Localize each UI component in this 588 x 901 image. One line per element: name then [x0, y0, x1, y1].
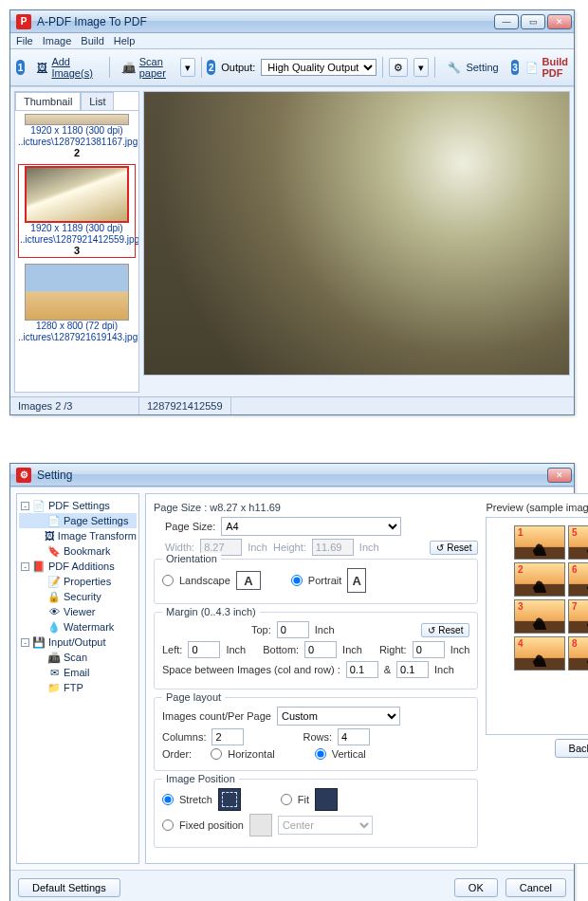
tab-list[interactable]: List [81, 92, 114, 110]
tree-node[interactable]: 🔒Security [19, 589, 137, 604]
left-unit: Inch [226, 644, 246, 655]
vertical-radio[interactable] [315, 748, 326, 760]
imgpos-fieldset: Image Position Stretch Fit Fixed positio… [154, 779, 478, 848]
tree-node[interactable]: 🖼Image Transform [19, 528, 137, 543]
preview-cell: 1 [514, 525, 565, 560]
separator [434, 57, 435, 78]
dialog-title: Setting [37, 469, 72, 482]
settings-dialog: ⚙ Setting ✕ -📄PDF Settings📄Page Settings… [9, 463, 575, 901]
tree-label: Input/Output [48, 636, 106, 648]
stretch-radio[interactable] [162, 794, 174, 805]
tree-icon: 💧 [47, 620, 61, 634]
tree-node[interactable]: ✉Email [19, 665, 137, 680]
reset-size-button[interactable]: ↺ Reset [430, 541, 478, 555]
rows-label: Rows: [303, 731, 332, 743]
menu-file[interactable]: File [16, 35, 33, 46]
page-size-line: Page Size : w8.27 x h11.69 [154, 502, 478, 513]
count-select[interactable]: Custom [277, 707, 400, 726]
preview-cell: 4 [514, 636, 565, 671]
portrait-radio[interactable] [291, 575, 303, 586]
menu-build[interactable]: Build [81, 35, 103, 46]
menu-image[interactable]: Image [43, 35, 72, 46]
tree-node[interactable]: 📝Properties [19, 574, 137, 589]
maximize-button[interactable]: ▭ [521, 14, 545, 29]
preview-cell: 8 [568, 636, 588, 671]
thumb-item[interactable]: 1280 x 800 (72 dpi) ..ictures\1287921619… [18, 264, 136, 342]
separator [201, 57, 202, 78]
preview-cell: 2 [514, 562, 565, 597]
bottom-input[interactable] [304, 641, 337, 658]
landscape-label: Landscape [179, 575, 230, 586]
tree-node[interactable]: 🔖Bookmark [19, 543, 137, 559]
app-icon: P [16, 14, 31, 29]
tree-node[interactable]: 📠Scan [19, 650, 137, 665]
portrait-label: Portrait [308, 575, 341, 586]
tree-label: Bookmark [64, 545, 111, 557]
menu-help[interactable]: Help [114, 35, 136, 46]
titlebar: ⚙ Setting ✕ [10, 464, 574, 487]
ok-button[interactable]: OK [454, 878, 498, 897]
expand-icon[interactable]: - [21, 638, 29, 647]
horizontal-label: Horizontal [228, 748, 275, 760]
close-button[interactable]: ✕ [547, 14, 572, 29]
margin-fieldset: Margin (0..4.3 inch) Top: Inch ↺ Reset [154, 612, 478, 690]
tree-node[interactable]: 📁FTP [19, 680, 137, 695]
default-settings-button[interactable]: Default Settings [18, 878, 120, 897]
image-preview [143, 91, 570, 376]
minimize-button[interactable]: — [494, 14, 519, 29]
fit-icon [315, 788, 338, 811]
tab-thumbnail[interactable]: Thumbnail [15, 92, 81, 110]
setting-button[interactable]: 🔧 Setting [440, 57, 505, 78]
preview-cell: 3 [514, 599, 565, 634]
spacing-row-input[interactable] [396, 661, 429, 678]
tree-node[interactable]: -📄PDF Settings [19, 498, 137, 513]
thumb-index: 2 [18, 147, 136, 158]
rows-input[interactable] [338, 728, 370, 745]
add-images-label: Add Image(s) [51, 56, 97, 79]
landscape-icon: A [236, 571, 261, 590]
top-input[interactable] [277, 621, 309, 638]
background-button[interactable]: Background... [555, 739, 588, 758]
expand-icon[interactable]: - [21, 502, 29, 510]
page-size-select[interactable]: A4 [221, 517, 401, 536]
spacing-col-input[interactable] [346, 661, 378, 678]
cols-input[interactable] [211, 728, 244, 745]
landscape-radio[interactable] [162, 575, 174, 586]
tree-icon: 📠 [47, 651, 61, 664]
fit-radio[interactable] [281, 794, 292, 805]
scan-paper-dropdown[interactable]: ▾ [180, 58, 195, 77]
setting-label: Setting [466, 62, 498, 73]
cancel-button[interactable]: Cancel [505, 878, 566, 897]
thumbnail-list[interactable]: 1920 x 1180 (300 dpi) ..ictures\12879213… [15, 111, 138, 392]
vertical-label: Vertical [332, 748, 366, 760]
gear-button[interactable]: ⚙ [389, 58, 408, 77]
tree-node[interactable]: 💧Watermark [19, 619, 137, 634]
fit-label: Fit [298, 794, 309, 805]
tree-node[interactable]: -💾Input/Output [19, 634, 137, 650]
add-images-button[interactable]: 🖼 Add Image(s) [30, 53, 103, 82]
thumb-item[interactable]: 1920 x 1180 (300 dpi) ..ictures\12879213… [18, 114, 136, 158]
step3-badge: 3 [511, 60, 520, 75]
gear-dropdown[interactable]: ▾ [413, 58, 429, 77]
scan-paper-icon: 📠 [122, 60, 136, 75]
settings-tree[interactable]: -📄PDF Settings📄Page Settings🖼Image Trans… [16, 493, 139, 864]
toolbar: 1 🖼 Add Image(s) 📠 Scan paper ▾ 2 Output… [10, 49, 574, 86]
scan-paper-button[interactable]: 📠 Scan paper [116, 53, 175, 82]
right-unit: Inch [450, 644, 470, 655]
thumb-item[interactable]: 1920 x 1189 (300 dpi) ..ictures\12879214… [18, 164, 136, 258]
reset-margin-button[interactable]: ↺ Reset [421, 623, 469, 637]
output-select[interactable]: High Quality Output [261, 59, 377, 76]
fixed-radio[interactable] [162, 819, 174, 831]
tree-node[interactable]: 📄Page Settings [19, 513, 137, 528]
close-button[interactable]: ✕ [547, 468, 572, 483]
right-input[interactable] [413, 641, 445, 658]
tree-node[interactable]: 👁Viewer [19, 604, 137, 619]
left-input[interactable] [188, 641, 220, 658]
build-pdf-button[interactable]: 📄 Build PDF [525, 56, 569, 79]
horizontal-radio[interactable] [211, 748, 222, 760]
tree-label: Viewer [64, 606, 95, 617]
menubar: File Image Build Help [10, 33, 574, 49]
expand-icon[interactable]: - [21, 562, 29, 571]
tree-node[interactable]: -📕PDF Additions [19, 559, 137, 574]
left-panel: Thumbnail List 1920 x 1180 (300 dpi) ..i… [14, 91, 139, 393]
